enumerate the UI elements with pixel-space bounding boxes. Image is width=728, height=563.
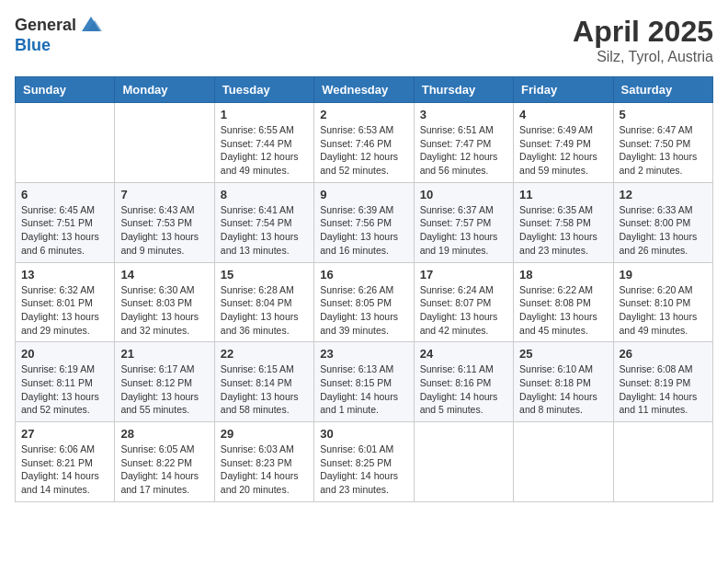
day-number: 12	[620, 188, 707, 201]
day-number: 1	[221, 108, 308, 121]
day-info: Sunrise: 6:35 AM Sunset: 7:58 PM Dayligh…	[519, 203, 607, 258]
day-number: 7	[120, 188, 208, 201]
day-info: Sunrise: 6:26 AM Sunset: 8:05 PM Dayligh…	[320, 283, 407, 338]
day-number: 5	[620, 108, 707, 121]
day-info: Sunrise: 6:51 AM Sunset: 7:47 PM Dayligh…	[420, 123, 507, 178]
day-number: 13	[21, 268, 108, 282]
weekday-header: Sunday	[16, 77, 115, 103]
page-header: General Blue April 2025 Silz, Tyrol, Aus…	[15, 15, 713, 65]
calendar-day-cell	[613, 422, 712, 502]
day-number: 10	[420, 188, 507, 201]
day-number: 6	[21, 188, 108, 201]
title-section: April 2025 Silz, Tyrol, Austria	[573, 15, 713, 65]
day-info: Sunrise: 6:49 AM Sunset: 7:49 PM Dayligh…	[519, 123, 607, 178]
day-info: Sunrise: 6:37 AM Sunset: 7:57 PM Dayligh…	[420, 203, 507, 258]
day-number: 8	[221, 188, 308, 201]
day-number: 15	[221, 268, 308, 282]
weekday-header: Wednesday	[314, 77, 414, 103]
day-number: 2	[320, 108, 407, 121]
day-info: Sunrise: 6:47 AM Sunset: 7:50 PM Dayligh…	[620, 123, 707, 178]
calendar-day-cell	[414, 422, 513, 502]
day-info: Sunrise: 6:41 AM Sunset: 7:54 PM Dayligh…	[221, 203, 308, 258]
day-number: 28	[120, 427, 208, 441]
day-number: 21	[120, 347, 208, 361]
day-number: 14	[120, 268, 208, 282]
day-info: Sunrise: 6:06 AM Sunset: 8:21 PM Dayligh…	[21, 442, 108, 497]
logo: General Blue	[15, 15, 104, 55]
calendar-day-cell: 22Sunrise: 6:15 AM Sunset: 8:14 PM Dayli…	[214, 342, 313, 422]
calendar-day-cell: 24Sunrise: 6:11 AM Sunset: 8:16 PM Dayli…	[414, 342, 513, 422]
calendar-day-cell	[115, 103, 214, 183]
calendar-day-cell: 17Sunrise: 6:24 AM Sunset: 8:07 PM Dayli…	[414, 262, 513, 342]
calendar-week-row: 1Sunrise: 6:55 AM Sunset: 7:44 PM Daylig…	[16, 103, 713, 183]
month-title: April 2025	[573, 15, 713, 49]
calendar-day-cell: 14Sunrise: 6:30 AM Sunset: 8:03 PM Dayli…	[115, 262, 214, 342]
calendar-day-cell: 29Sunrise: 6:03 AM Sunset: 8:23 PM Dayli…	[214, 422, 313, 502]
calendar-day-cell	[514, 422, 613, 502]
day-info: Sunrise: 6:13 AM Sunset: 8:15 PM Dayligh…	[320, 362, 407, 417]
calendar-day-cell: 12Sunrise: 6:33 AM Sunset: 8:00 PM Dayli…	[613, 182, 712, 262]
day-number: 4	[519, 108, 607, 121]
logo-icon	[78, 11, 104, 37]
calendar-day-cell	[16, 103, 115, 183]
day-info: Sunrise: 6:53 AM Sunset: 7:46 PM Dayligh…	[320, 123, 407, 178]
calendar-day-cell: 21Sunrise: 6:17 AM Sunset: 8:12 PM Dayli…	[115, 342, 214, 422]
calendar-day-cell: 10Sunrise: 6:37 AM Sunset: 7:57 PM Dayli…	[414, 182, 513, 262]
calendar-day-cell: 26Sunrise: 6:08 AM Sunset: 8:19 PM Dayli…	[613, 342, 712, 422]
calendar-week-row: 13Sunrise: 6:32 AM Sunset: 8:01 PM Dayli…	[16, 262, 713, 342]
day-number: 25	[519, 347, 607, 361]
day-number: 9	[320, 188, 407, 201]
calendar-day-cell: 30Sunrise: 6:01 AM Sunset: 8:25 PM Dayli…	[314, 422, 414, 502]
day-info: Sunrise: 6:15 AM Sunset: 8:14 PM Dayligh…	[221, 362, 308, 417]
calendar-day-cell: 25Sunrise: 6:10 AM Sunset: 8:18 PM Dayli…	[514, 342, 613, 422]
day-number: 29	[221, 427, 308, 441]
day-info: Sunrise: 6:01 AM Sunset: 8:25 PM Dayligh…	[320, 442, 407, 497]
calendar-day-cell: 15Sunrise: 6:28 AM Sunset: 8:04 PM Dayli…	[214, 262, 313, 342]
day-info: Sunrise: 6:45 AM Sunset: 7:51 PM Dayligh…	[21, 203, 108, 258]
calendar-day-cell: 8Sunrise: 6:41 AM Sunset: 7:54 PM Daylig…	[214, 182, 313, 262]
day-info: Sunrise: 6:55 AM Sunset: 7:44 PM Dayligh…	[221, 123, 308, 178]
day-info: Sunrise: 6:03 AM Sunset: 8:23 PM Dayligh…	[221, 442, 308, 497]
day-number: 30	[320, 427, 407, 441]
logo-general: General	[15, 17, 76, 35]
day-info: Sunrise: 6:30 AM Sunset: 8:03 PM Dayligh…	[120, 283, 208, 338]
day-number: 23	[320, 347, 407, 361]
day-info: Sunrise: 6:10 AM Sunset: 8:18 PM Dayligh…	[519, 362, 607, 417]
weekday-header: Thursday	[414, 77, 513, 103]
calendar-day-cell: 5Sunrise: 6:47 AM Sunset: 7:50 PM Daylig…	[613, 103, 712, 183]
day-number: 27	[21, 427, 108, 441]
day-info: Sunrise: 6:17 AM Sunset: 8:12 PM Dayligh…	[120, 362, 208, 417]
calendar-day-cell: 28Sunrise: 6:05 AM Sunset: 8:22 PM Dayli…	[115, 422, 214, 502]
calendar-week-row: 27Sunrise: 6:06 AM Sunset: 8:21 PM Dayli…	[16, 422, 713, 502]
weekday-header: Monday	[115, 77, 214, 103]
location-title: Silz, Tyrol, Austria	[573, 49, 713, 65]
weekday-header: Saturday	[613, 77, 712, 103]
logo-blue: Blue	[15, 36, 51, 54]
calendar-week-row: 20Sunrise: 6:19 AM Sunset: 8:11 PM Dayli…	[16, 342, 713, 422]
day-info: Sunrise: 6:39 AM Sunset: 7:56 PM Dayligh…	[320, 203, 407, 258]
calendar-day-cell: 19Sunrise: 6:20 AM Sunset: 8:10 PM Dayli…	[613, 262, 712, 342]
calendar-day-cell: 16Sunrise: 6:26 AM Sunset: 8:05 PM Dayli…	[314, 262, 414, 342]
day-info: Sunrise: 6:22 AM Sunset: 8:08 PM Dayligh…	[519, 283, 607, 338]
day-number: 22	[221, 347, 308, 361]
day-info: Sunrise: 6:08 AM Sunset: 8:19 PM Dayligh…	[620, 362, 707, 417]
calendar-day-cell: 27Sunrise: 6:06 AM Sunset: 8:21 PM Dayli…	[16, 422, 115, 502]
calendar-day-cell: 4Sunrise: 6:49 AM Sunset: 7:49 PM Daylig…	[514, 103, 613, 183]
day-info: Sunrise: 6:32 AM Sunset: 8:01 PM Dayligh…	[21, 283, 108, 338]
day-info: Sunrise: 6:05 AM Sunset: 8:22 PM Dayligh…	[120, 442, 208, 497]
day-info: Sunrise: 6:24 AM Sunset: 8:07 PM Dayligh…	[420, 283, 507, 338]
calendar-table: SundayMondayTuesdayWednesdayThursdayFrid…	[15, 76, 713, 502]
day-number: 18	[519, 268, 607, 282]
calendar-week-row: 6Sunrise: 6:45 AM Sunset: 7:51 PM Daylig…	[16, 182, 713, 262]
day-number: 19	[620, 268, 707, 282]
weekday-header: Tuesday	[214, 77, 313, 103]
day-info: Sunrise: 6:28 AM Sunset: 8:04 PM Dayligh…	[221, 283, 308, 338]
calendar-day-cell: 23Sunrise: 6:13 AM Sunset: 8:15 PM Dayli…	[314, 342, 414, 422]
day-info: Sunrise: 6:43 AM Sunset: 7:53 PM Dayligh…	[120, 203, 208, 258]
day-number: 20	[21, 347, 108, 361]
day-info: Sunrise: 6:11 AM Sunset: 8:16 PM Dayligh…	[420, 362, 507, 417]
calendar-day-cell: 9Sunrise: 6:39 AM Sunset: 7:56 PM Daylig…	[314, 182, 414, 262]
calendar-day-cell: 11Sunrise: 6:35 AM Sunset: 7:58 PM Dayli…	[514, 182, 613, 262]
day-info: Sunrise: 6:33 AM Sunset: 8:00 PM Dayligh…	[620, 203, 707, 258]
calendar-header-row: SundayMondayTuesdayWednesdayThursdayFrid…	[16, 77, 713, 103]
